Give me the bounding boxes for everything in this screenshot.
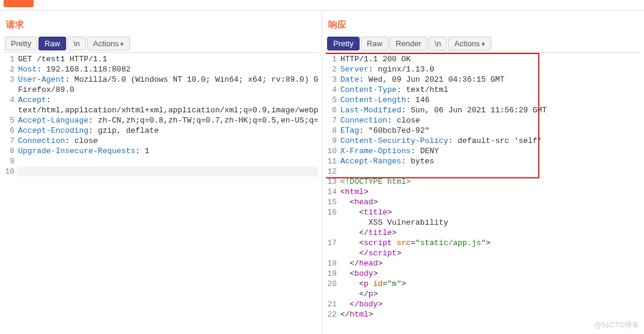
tab-newline[interactable]: \n bbox=[429, 37, 447, 50]
request-title: 请求 bbox=[4, 17, 318, 37]
request-code[interactable]: 12345678910 GET /test1 HTTP/1.1Host: 192… bbox=[4, 53, 318, 334]
response-tabs: Pretty Raw Render \n Actions▾ bbox=[326, 37, 640, 50]
tab-pretty[interactable]: Pretty bbox=[327, 37, 360, 50]
chevron-down-icon: ▾ bbox=[482, 40, 485, 47]
tab-actions[interactable]: Actions▾ bbox=[87, 37, 130, 50]
tab-newline[interactable]: \n bbox=[67, 37, 86, 50]
tab-render[interactable]: Render bbox=[390, 37, 428, 50]
main-split: 请求 Pretty Raw \n Actions▾ 12345678910 GE… bbox=[0, 11, 644, 334]
tab-pretty[interactable]: Pretty bbox=[5, 37, 37, 50]
response-title: 响应 bbox=[326, 17, 640, 37]
tab-raw[interactable]: Raw bbox=[361, 37, 388, 50]
response-code[interactable]: 12345678910111213141516171819202122 HTTP… bbox=[326, 53, 640, 334]
response-panel: 响应 Pretty Raw Render \n Actions▾ 1234567… bbox=[322, 11, 644, 334]
top-toolbar bbox=[0, 0, 644, 11]
request-tabs: Pretty Raw \n Actions▾ bbox=[4, 37, 318, 50]
orange-chip-button[interactable] bbox=[4, 0, 34, 7]
request-panel: 请求 Pretty Raw \n Actions▾ 12345678910 GE… bbox=[0, 11, 322, 334]
tab-raw[interactable]: Raw bbox=[38, 37, 66, 50]
tab-actions[interactable]: Actions▾ bbox=[448, 37, 491, 50]
watermark: @51CTO博客 bbox=[594, 320, 639, 330]
chevron-down-icon: ▾ bbox=[120, 40, 124, 47]
